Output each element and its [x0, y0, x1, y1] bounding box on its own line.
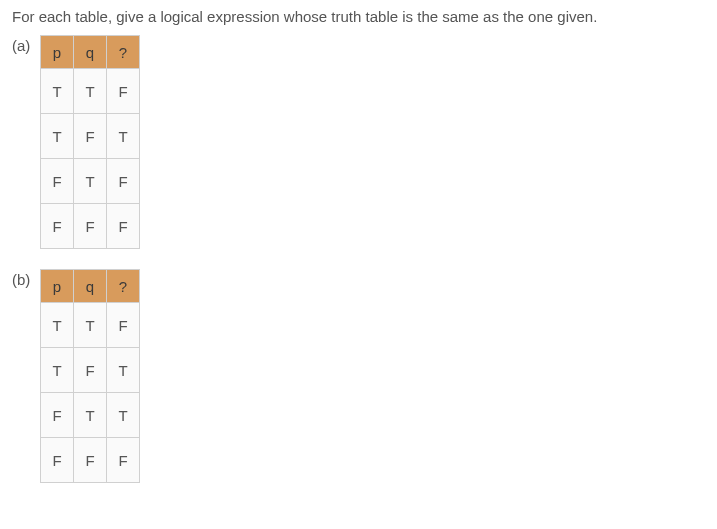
header-cell: ?	[107, 36, 140, 69]
table-cell: F	[74, 348, 107, 393]
instruction-text: For each table, give a logical expressio…	[12, 8, 705, 25]
table-cell: T	[74, 159, 107, 204]
table-cell: F	[74, 438, 107, 483]
header-cell: p	[41, 270, 74, 303]
table-cell: F	[41, 438, 74, 483]
table-cell: T	[107, 393, 140, 438]
table-cell: T	[74, 69, 107, 114]
table-cell: T	[41, 114, 74, 159]
table-cell: T	[41, 348, 74, 393]
table-row: T T F	[41, 303, 140, 348]
header-cell: q	[74, 270, 107, 303]
table-cell: F	[107, 204, 140, 249]
table-cell: F	[107, 159, 140, 204]
table-cell: T	[41, 303, 74, 348]
truth-table-a: p q ? T T F T F T F T F F F F	[40, 35, 140, 249]
table-row: T T F	[41, 69, 140, 114]
table-cell: T	[74, 303, 107, 348]
header-cell: ?	[107, 270, 140, 303]
header-cell: p	[41, 36, 74, 69]
table-cell: F	[107, 69, 140, 114]
table-cell: F	[74, 114, 107, 159]
table-cell: T	[41, 69, 74, 114]
table-header-row: p q ?	[41, 270, 140, 303]
table-cell: F	[41, 159, 74, 204]
table-row: F T F	[41, 159, 140, 204]
table-header-row: p q ?	[41, 36, 140, 69]
table-row: F T T	[41, 393, 140, 438]
table-cell: T	[107, 348, 140, 393]
table-row: F F F	[41, 438, 140, 483]
problem-a-label: (a)	[12, 35, 40, 54]
table-row: F F F	[41, 204, 140, 249]
table-row: T F T	[41, 348, 140, 393]
table-cell: F	[41, 204, 74, 249]
problem-b-label: (b)	[12, 269, 40, 288]
table-cell: F	[107, 303, 140, 348]
header-cell: q	[74, 36, 107, 69]
table-cell: F	[107, 438, 140, 483]
table-cell: F	[74, 204, 107, 249]
table-row: T F T	[41, 114, 140, 159]
problem-b: (b) p q ? T T F T F T F T T F F F	[12, 269, 705, 483]
truth-table-b: p q ? T T F T F T F T T F F F	[40, 269, 140, 483]
problem-a: (a) p q ? T T F T F T F T F F F F	[12, 35, 705, 249]
table-cell: T	[74, 393, 107, 438]
table-cell: T	[107, 114, 140, 159]
table-cell: F	[41, 393, 74, 438]
